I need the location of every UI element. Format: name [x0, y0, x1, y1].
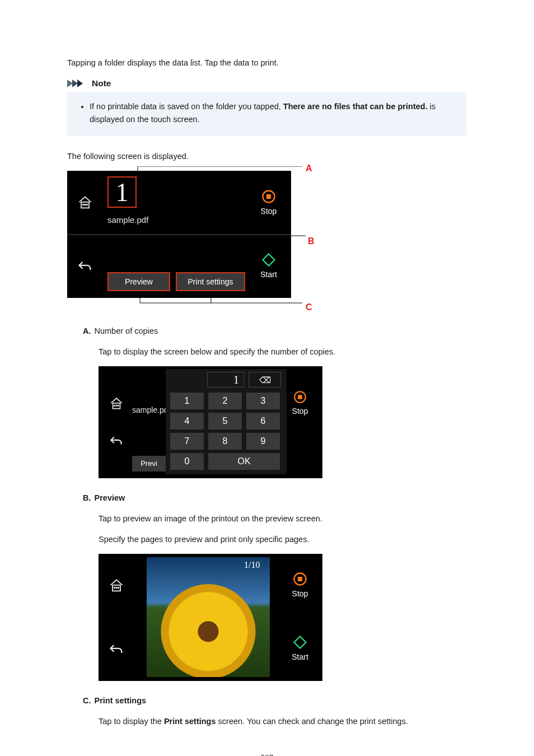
svg-point-1 [83, 204, 84, 206]
note-arrow-icon [67, 78, 88, 88]
copies-value: 1 [116, 172, 129, 212]
stop-icon [261, 189, 277, 204]
back-icon[interactable] [103, 622, 130, 676]
preview-image[interactable] [147, 557, 270, 677]
callout-B: B [308, 235, 315, 249]
svg-rect-18 [298, 395, 302, 400]
item-A-row: A. Number of copies [83, 325, 467, 337]
key-9[interactable]: 9 [246, 433, 280, 450]
note-item-bold: There are no files that can be printed. [283, 102, 428, 111]
item-B-desc1: Tap to preview an image of the printout … [99, 512, 467, 525]
following-screen-text: The following screen is displayed. [67, 150, 467, 162]
keypad: 1 ⌫ 1 2 3 4 5 6 7 8 9 0 OK [166, 369, 287, 474]
filename-label: sample.pd [132, 404, 171, 417]
note-body: If no printable data is saved on the fol… [67, 92, 467, 136]
stop-button[interactable]: Stop [282, 558, 318, 613]
copies-count[interactable]: 1 [107, 176, 137, 208]
item-C-letter: C. [83, 694, 91, 707]
screenshot-preview: Stop Start 1/10 [99, 554, 322, 681]
stop-label: Stop [292, 588, 308, 600]
item-A-title: Number of copies [95, 325, 158, 337]
back-icon[interactable] [72, 239, 99, 293]
print-settings-button[interactable]: Print settings [177, 273, 244, 290]
page-indicator: 1/10 [244, 558, 260, 572]
svg-rect-5 [266, 194, 271, 198]
key-1[interactable]: 1 [170, 393, 204, 409]
callout-C: C [306, 301, 312, 315]
stop-button[interactable]: Stop [251, 175, 287, 230]
svg-point-3 [87, 204, 88, 206]
keypad-delete[interactable]: ⌫ [249, 372, 281, 388]
svg-rect-24 [298, 577, 302, 581]
item-B-row: B. Preview [83, 492, 467, 504]
key-2[interactable]: 2 [208, 393, 242, 409]
divider [67, 234, 291, 235]
item-B-letter: B. [83, 492, 91, 504]
stop-label: Stop [292, 405, 308, 418]
key-8[interactable]: 8 [208, 433, 242, 450]
start-label: Start [260, 269, 277, 281]
svg-point-20 [114, 587, 115, 589]
stop-button[interactable]: Stop [282, 376, 318, 431]
start-button[interactable]: Start [251, 239, 287, 293]
back-icon[interactable] [103, 413, 130, 468]
start-label: Start [292, 651, 308, 664]
keypad-display: 1 [207, 372, 244, 388]
item-C-title: Print settings [95, 694, 147, 707]
home-icon[interactable] [103, 558, 130, 613]
key-ok[interactable]: OK [208, 453, 280, 470]
callout-A: A [306, 162, 312, 176]
svg-point-2 [85, 204, 86, 206]
stop-icon [293, 390, 307, 404]
svg-point-21 [116, 587, 117, 589]
item-B-desc2: Specify the pages to preview and print o… [99, 533, 467, 545]
item-C-desc-bold: Print settings [164, 717, 216, 726]
key-4[interactable]: 4 [170, 413, 204, 430]
start-icon [261, 252, 277, 268]
svg-point-15 [116, 405, 117, 407]
stop-label: Stop [261, 206, 277, 218]
preview-button-partial[interactable]: Previ [132, 456, 166, 472]
item-C-desc-suffix: screen. You can check and change the pri… [216, 717, 408, 726]
item-A-letter: A. [83, 325, 91, 337]
item-A-desc: Tap to display the screen below and spec… [99, 346, 467, 358]
note-item: If no printable data is saved on the fol… [90, 100, 459, 125]
screenshot-main: Stop Start 1 sample.pdf Preview Print se… [67, 171, 291, 298]
screenshot-keypad: Stop sample.pd Previ 1 ⌫ 1 2 3 4 5 6 7 8… [99, 366, 322, 478]
preview-button[interactable]: Preview [109, 273, 169, 290]
home-icon[interactable] [72, 175, 99, 230]
start-icon [292, 634, 308, 650]
filename-label: sample.pdf [107, 213, 148, 226]
key-5[interactable]: 5 [208, 413, 242, 430]
item-C-desc: Tap to display the Print settings screen… [99, 715, 467, 727]
page-number: 587 [67, 752, 467, 756]
svg-point-14 [114, 405, 115, 407]
start-button[interactable]: Start [282, 622, 318, 676]
intro-text: Tapping a folder displays the data list.… [67, 57, 467, 69]
note-heading-row: Note [67, 77, 467, 90]
note-heading-text: Note [92, 77, 111, 90]
key-3[interactable]: 3 [246, 393, 280, 409]
item-C-row: C. Print settings [83, 694, 467, 707]
stop-icon [292, 571, 308, 587]
svg-point-16 [118, 405, 119, 407]
item-C-desc-prefix: Tap to display the [99, 717, 164, 726]
item-B-title: Preview [95, 492, 125, 504]
note-item-prefix: If no printable data is saved on the fol… [90, 102, 283, 111]
key-6[interactable]: 6 [246, 413, 280, 430]
svg-point-22 [118, 587, 119, 589]
key-7[interactable]: 7 [170, 433, 204, 450]
key-0[interactable]: 0 [170, 453, 204, 470]
